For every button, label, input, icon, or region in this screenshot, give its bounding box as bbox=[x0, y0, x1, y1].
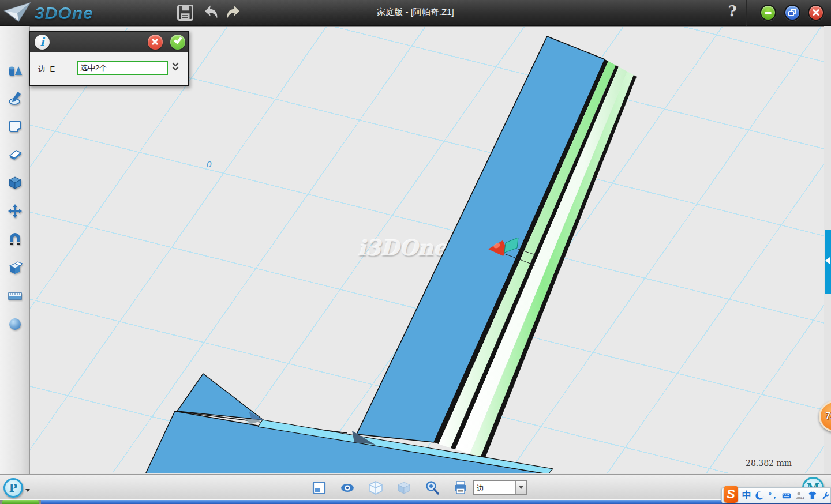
os-taskbar-edge bbox=[0, 500, 831, 504]
edge-selection-dialog: i 边 E bbox=[29, 31, 189, 86]
print-icon[interactable] bbox=[453, 480, 468, 495]
cancel-button[interactable] bbox=[148, 35, 163, 50]
window-title: 家庭版 - [阿帕奇.Z1] bbox=[300, 7, 531, 18]
taskbar-app-green[interactable] bbox=[2, 500, 39, 504]
view-corner-icon[interactable] bbox=[312, 480, 327, 495]
confirm-button[interactable] bbox=[170, 35, 185, 50]
dialog-body: 边 E bbox=[30, 52, 188, 85]
redo-icon[interactable] bbox=[225, 4, 242, 21]
restore-glyph bbox=[788, 11, 794, 16]
header-divider bbox=[746, 0, 747, 26]
minus-glyph bbox=[765, 12, 772, 14]
app-window: { "window": { "logo_text": "3DOne", "tit… bbox=[0, 0, 831, 504]
restore-button[interactable] bbox=[784, 5, 800, 21]
chevron-double-down-icon[interactable] bbox=[171, 62, 179, 72]
sogou-logo[interactable]: S bbox=[724, 486, 738, 503]
close-button[interactable] bbox=[808, 5, 824, 21]
measurement-label: 28.382 mm bbox=[746, 458, 792, 468]
save-icon[interactable] bbox=[177, 4, 194, 21]
zoom-search-icon[interactable] bbox=[425, 480, 440, 495]
p-dropdown-arrow[interactable] bbox=[25, 489, 30, 492]
move-arrows-icon[interactable] bbox=[8, 204, 23, 219]
combobox-dropdown-button[interactable] bbox=[515, 481, 526, 494]
collapsed-panel-tab[interactable] bbox=[825, 230, 831, 294]
combobox-value: 边 bbox=[477, 483, 484, 494]
sogou-ime-bar: S 中 °， 14 bbox=[721, 487, 831, 503]
chinese-mode-button[interactable]: 中 bbox=[742, 490, 751, 502]
model-scene bbox=[30, 26, 824, 473]
primitive-solids-icon[interactable] bbox=[8, 63, 23, 78]
undo-icon[interactable] bbox=[202, 4, 219, 21]
wrench-icon[interactable] bbox=[821, 490, 830, 501]
logo-text: 3DOne bbox=[35, 3, 93, 23]
measure-ruler-icon[interactable] bbox=[8, 288, 23, 303]
skin-shirt-icon[interactable] bbox=[808, 490, 817, 501]
magnet-constraint-icon[interactable] bbox=[8, 232, 23, 247]
taskbar-strip-blue[interactable] bbox=[41, 500, 831, 504]
app-logo: 3DOne bbox=[3, 1, 93, 25]
chevron-down-icon bbox=[519, 486, 523, 489]
user-count-badge: 14 bbox=[800, 495, 804, 499]
view-toolbar: P 边 M bbox=[0, 474, 831, 500]
3d-viewport[interactable]: i3DOne.com 0 bbox=[30, 26, 824, 473]
minimize-button[interactable] bbox=[760, 5, 776, 21]
moon-icon[interactable] bbox=[755, 490, 765, 501]
shaded-cube-icon[interactable] bbox=[396, 480, 411, 495]
dialog-header[interactable]: i bbox=[30, 32, 188, 52]
keyboard-icon[interactable] bbox=[782, 490, 791, 501]
solid-cube-icon[interactable] bbox=[8, 175, 23, 190]
deform-eraser-icon[interactable] bbox=[8, 146, 23, 161]
title-bar: 3DOne 家庭版 - [阿帕奇.Z1] ? bbox=[0, 0, 831, 26]
check-glyph bbox=[174, 35, 182, 44]
edge-selection-input[interactable] bbox=[77, 61, 168, 75]
selection-filter-combobox[interactable]: 边 bbox=[473, 480, 527, 495]
surface-square-icon[interactable] bbox=[8, 119, 23, 134]
paper-plane-icon bbox=[3, 2, 31, 25]
edge-field-label: 边 E bbox=[38, 64, 56, 74]
special-box-icon[interactable] bbox=[8, 260, 23, 275]
sketch-pencil-icon[interactable] bbox=[8, 91, 23, 106]
info-icon: i bbox=[35, 35, 50, 50]
wireframe-cube-icon[interactable] bbox=[368, 480, 383, 495]
user-icon[interactable]: 14 bbox=[795, 490, 804, 501]
render-sphere-icon[interactable] bbox=[8, 317, 23, 332]
collapse-left-arrow-icon bbox=[825, 257, 830, 264]
punctuation-icon[interactable]: °， bbox=[769, 490, 778, 501]
help-button[interactable]: ? bbox=[723, 2, 742, 23]
visibility-eye-icon[interactable] bbox=[340, 480, 355, 495]
tool-sidebar bbox=[0, 26, 30, 474]
p-badge-button[interactable]: P bbox=[3, 478, 23, 498]
